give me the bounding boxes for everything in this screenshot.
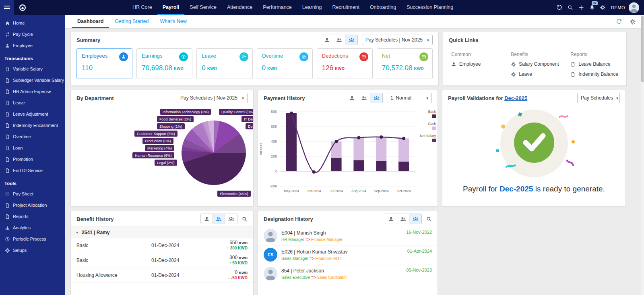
- svg-text:-20K: -20K: [270, 184, 277, 188]
- payment-filter-dropdown[interactable]: 1. Normal▾: [387, 93, 432, 103]
- summary-tile-net[interactable]: Net70,572.08KWD: [377, 48, 433, 79]
- sidebar-item-hr-admin-expense[interactable]: HR Admin Expense: [0, 86, 65, 97]
- pie-label-legal: Legal (2%): [155, 160, 177, 166]
- sidebar-item-employee[interactable]: Employee: [0, 40, 65, 51]
- sidebar-item-pay-cycle[interactable]: Pay Cycle: [0, 29, 65, 40]
- settings-gear-icon[interactable]: [597, 0, 608, 15]
- topnav-item-hr-core[interactable]: HR Core: [127, 0, 157, 15]
- tile-value: 126KWD: [322, 64, 367, 72]
- view-group-button[interactable]: [345, 35, 357, 45]
- validation-message: Payroll for Dec-2025 is ready to generat…: [463, 185, 605, 193]
- sidebar-item-subledger-variable-salary[interactable]: Subledger Variable Salary: [0, 75, 65, 86]
- sidebar-item-project-allocation[interactable]: Project Allocation: [0, 199, 65, 211]
- view-group-button[interactable]: [409, 214, 421, 224]
- gear-icon: [4, 248, 10, 253]
- summary-tile-leave[interactable]: Leave0KWD: [196, 48, 252, 79]
- quick-link-indemnity-balance[interactable]: Indemnity Balance: [570, 71, 618, 77]
- quick-link-salary-component[interactable]: Salary Component: [511, 61, 570, 67]
- sidebar-item-pay-sheet[interactable]: Pay Sheet: [0, 188, 65, 199]
- tab-getting-started[interactable]: Getting Started: [109, 15, 154, 28]
- view-pair-button[interactable]: [333, 35, 345, 45]
- person-icon: [4, 43, 10, 48]
- summary-tile-earnings[interactable]: Earnings70,698.08KWD: [136, 48, 192, 79]
- benefit-row[interactable]: Housing Allowance01-Dec-20240 KWD↓ -50 K…: [71, 268, 253, 283]
- scrollbar-thumb[interactable]: [641, 16, 644, 82]
- designation-row[interactable]: ESE026 | Rohan Kumar SrivastavSales Mana…: [258, 245, 438, 264]
- benefit-search-icon[interactable]: [242, 216, 248, 222]
- sidebar-item-indemnity-encashment[interactable]: Indemnity Encashment: [0, 120, 65, 131]
- avatar: [264, 229, 277, 243]
- summary-tile-employees[interactable]: Employees110: [76, 48, 132, 79]
- sidebar-item-loan[interactable]: Loan: [0, 142, 65, 154]
- summary-tile-deductions[interactable]: Deductions126KWD: [317, 48, 373, 79]
- quick-link-employee[interactable]: Employee: [451, 61, 511, 67]
- sidebar-item-reports[interactable]: Reports: [0, 211, 65, 222]
- search-icon[interactable]: [565, 0, 576, 15]
- validation-period-link[interactable]: Dec-2025: [504, 95, 527, 101]
- view-single-button[interactable]: [385, 214, 397, 224]
- topnav-item-onboarding[interactable]: Onboarding: [365, 0, 401, 15]
- user-avatar[interactable]: [629, 2, 639, 13]
- payroll-period-link[interactable]: Dec-2025: [500, 185, 533, 193]
- cycle-icon: [4, 32, 10, 37]
- designation-search-icon[interactable]: [426, 216, 432, 222]
- sidebar-item-setups[interactable]: Setups: [0, 245, 65, 256]
- department-filter-dropdown[interactable]: Pay Schedules | Nov-2025▾: [177, 93, 248, 103]
- topnav-item-recruitment[interactable]: Recruitment: [327, 0, 364, 15]
- benefit-change: ↓ -50 KWD: [228, 276, 248, 281]
- summary-filter-dropdown[interactable]: Pay Schedules | Nov-2025▾: [362, 35, 433, 45]
- view-group-button[interactable]: [225, 214, 237, 224]
- view-single-button[interactable]: [321, 35, 333, 45]
- topnav-item-payroll[interactable]: Payroll: [157, 0, 185, 15]
- refresh-icon[interactable]: [616, 19, 622, 25]
- sidebar-item-leave[interactable]: Leave: [0, 97, 65, 108]
- sidebar-item-periodic-process[interactable]: Periodic Process: [0, 233, 65, 245]
- topnav-item-learning[interactable]: Learning: [297, 0, 327, 15]
- topnav-item-performance[interactable]: Performance: [258, 0, 297, 15]
- view-single-button[interactable]: [201, 214, 213, 224]
- hamburger-menu-icon[interactable]: [0, 0, 14, 15]
- view-pair-button[interactable]: [358, 93, 370, 103]
- view-group-button[interactable]: [370, 93, 382, 103]
- sidebar-item-end-of-service[interactable]: End Of Service: [0, 165, 65, 176]
- coin-icon: [179, 52, 188, 61]
- notifications-bell-icon[interactable]: 32: [586, 0, 597, 15]
- sidebar-section-title-tools: Tools: [0, 176, 65, 188]
- payment-history-chart[interactable]: -20K020K40K60K80KMay-2024Jun-2024Jul-202…: [258, 106, 437, 198]
- sidebar: HomePay CycleEmployeeTransactionsVariabl…: [0, 15, 65, 295]
- topnav-item-succession-planning[interactable]: Succession Planning: [401, 0, 458, 15]
- topnav-item-attendance[interactable]: Attendance: [222, 0, 258, 15]
- quick-links-columns: CommonEmployeeBenefitsSalary ComponentLe…: [443, 48, 626, 85]
- benefit-row[interactable]: Basic01-Dec-2024550 KWD↑ 300 KWD: [71, 238, 253, 253]
- designation-row[interactable]: 854 | Peter JacksonSales Executive => Sa…: [258, 264, 438, 283]
- history-icon[interactable]: [554, 0, 565, 15]
- sidebar-item-overtime[interactable]: Overtime: [0, 131, 65, 142]
- sidebar-item-analytics[interactable]: Analytics: [0, 222, 65, 233]
- topnav-item-self-service[interactable]: Self Service: [184, 0, 222, 15]
- quick-link-leave[interactable]: Leave: [511, 71, 570, 77]
- view-pair-button[interactable]: [213, 214, 225, 224]
- pie-chart[interactable]: [182, 120, 246, 185]
- dashboard-settings-gear-icon[interactable]: [630, 19, 636, 25]
- app-logo: [14, 3, 31, 12]
- sidebar-item-home[interactable]: Home: [0, 17, 65, 29]
- quick-link-leave-balance[interactable]: Leave Balance: [570, 61, 618, 67]
- sidebar-item-leave-adjustment[interactable]: Leave Adjustment: [0, 108, 65, 120]
- tab-what-s-new[interactable]: What's New: [154, 15, 192, 28]
- summary-tile-overtime[interactable]: Overtime0KWD: [257, 48, 313, 79]
- benefit-group-row[interactable]: ▾ 2541 | Ramy: [71, 226, 253, 238]
- view-single-button[interactable]: [346, 93, 358, 103]
- add-icon[interactable]: [576, 0, 586, 15]
- benefit-history-card: Benefit History ▾ 2541 | Ramy Basic01-De…: [70, 211, 254, 295]
- person-icon: [119, 52, 128, 61]
- benefit-row[interactable]: Basic01-Dec-2024300 KWD↑ 50 KWD: [71, 253, 253, 268]
- clock-icon: [4, 237, 10, 242]
- avatar: [264, 267, 277, 280]
- designation-row[interactable]: E004 | Manish SinghHR Manager => Finance…: [258, 226, 438, 245]
- tab-dashboard[interactable]: Dashboard: [72, 15, 109, 28]
- pie-label-def: Def: [246, 123, 254, 129]
- validations-filter-dropdown[interactable]: Pay Schedules▾: [577, 93, 620, 103]
- sidebar-item-promotion[interactable]: Promotion: [0, 154, 65, 165]
- sidebar-item-variable-salary[interactable]: Variable Salary: [0, 63, 65, 75]
- view-pair-button[interactable]: [397, 214, 409, 224]
